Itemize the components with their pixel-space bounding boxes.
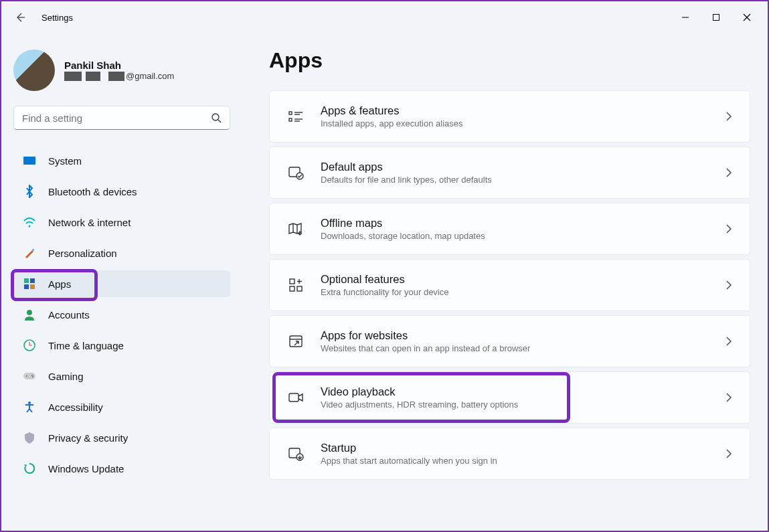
sidebar-item-gaming[interactable]: Gaming [13, 363, 230, 389]
back-button[interactable] [7, 4, 33, 31]
apps-websites-icon [287, 333, 305, 350]
chevron-right-icon [725, 224, 732, 234]
sidebar-item-label: Apps [48, 278, 71, 290]
sidebar-item-label: Privacy & security [48, 432, 128, 444]
sidebar-item-label: Network & internet [48, 217, 131, 228]
svg-point-16 [32, 376, 33, 377]
card-title: Optional features [321, 273, 448, 286]
sidebar-item-bluetooth[interactable]: Bluetooth & devices [13, 178, 230, 205]
card-apps-websites[interactable]: Apps for websitesWebsites that can open … [269, 315, 750, 367]
card-title: Default apps [321, 161, 492, 173]
card-title: Apps for websites [321, 329, 530, 342]
svg-rect-26 [290, 279, 294, 284]
svg-rect-10 [30, 284, 35, 289]
svg-rect-27 [290, 286, 294, 291]
chevron-right-icon [725, 168, 732, 177]
time-icon [23, 339, 36, 352]
svg-point-15 [31, 375, 33, 376]
card-subtitle: Extra functionality for your device [321, 287, 448, 297]
sidebar-item-label: Time & language [48, 340, 124, 351]
card-offline-maps[interactable]: Offline mapsDownloads, storage location,… [269, 203, 750, 255]
card-subtitle: Downloads, storage location, map updates [321, 231, 485, 241]
sidebar-item-label: Personalization [48, 248, 117, 259]
apps-features-icon [287, 108, 305, 125]
profile-block[interactable]: Pankil Shah @gmail.com [13, 50, 230, 91]
apps-icon [23, 277, 36, 290]
sidebar-item-network[interactable]: Network & internet [13, 209, 230, 236]
privacy-icon [23, 431, 36, 444]
update-icon [23, 462, 36, 475]
card-title: Offline maps [321, 217, 485, 230]
sidebar-item-label: Windows Update [48, 463, 124, 474]
sidebar-item-label: Accounts [48, 309, 90, 321]
search-field[interactable] [22, 112, 211, 124]
sidebar-item-label: Bluetooth & devices [48, 186, 137, 197]
svg-rect-18 [289, 112, 292, 114]
startup-icon [287, 445, 305, 462]
svg-rect-13 [23, 373, 35, 379]
card-apps-features[interactable]: Apps & featuresInstalled apps, app execu… [269, 90, 750, 143]
default-apps-icon [287, 164, 305, 181]
chevron-right-icon [725, 449, 732, 458]
sidebar-item-personalization[interactable]: Personalization [13, 240, 230, 266]
chevron-right-icon [725, 280, 732, 290]
accessibility-icon [23, 400, 36, 414]
svg-point-11 [27, 310, 32, 315]
sidebar-item-label: Accessibility [48, 402, 103, 413]
svg-point-5 [29, 226, 31, 228]
sidebar-item-accounts[interactable]: Accounts [13, 301, 230, 328]
card-subtitle: Defaults for file and link types, other … [321, 175, 492, 185]
chevron-right-icon [725, 337, 732, 346]
card-title: Video playback [321, 385, 518, 398]
sidebar: Pankil Shah @gmail.com SystemBluetooth &… [1, 33, 242, 531]
card-default-apps[interactable]: Default appsDefaults for file and link t… [269, 147, 750, 199]
card-startup[interactable]: StartupApps that start automatically whe… [269, 428, 750, 480]
svg-rect-9 [24, 284, 29, 289]
gaming-icon [23, 369, 36, 383]
card-subtitle: Apps that start automatically when you s… [321, 456, 497, 466]
close-button[interactable] [732, 4, 762, 31]
video-playback-icon [287, 389, 305, 406]
svg-rect-8 [30, 278, 35, 283]
main-content: Apps Apps & featuresInstalled apps, app … [242, 33, 768, 531]
personalization-icon [23, 246, 36, 260]
accounts-icon [23, 308, 36, 321]
sidebar-item-accessibility[interactable]: Accessibility [13, 393, 230, 420]
sidebar-item-label: Gaming [48, 371, 84, 382]
svg-rect-1 [713, 15, 719, 21]
sidebar-item-apps[interactable]: Apps [13, 270, 230, 297]
card-title: Apps & features [321, 104, 462, 117]
window-title: Settings [41, 13, 73, 23]
card-optional-features[interactable]: Optional featuresExtra functionality for… [269, 259, 750, 311]
sidebar-item-update[interactable]: Windows Update [13, 455, 230, 482]
svg-rect-28 [297, 286, 302, 291]
minimize-button[interactable] [670, 4, 701, 31]
card-subtitle: Websites that can open in an app instead… [321, 343, 530, 353]
sidebar-item-label: System [48, 155, 82, 167]
search-input[interactable] [13, 106, 230, 130]
card-subtitle: Installed apps, app execution aliases [321, 118, 462, 128]
svg-point-14 [26, 375, 27, 377]
profile-name: Pankil Shah [64, 60, 174, 71]
system-icon [23, 154, 36, 167]
svg-line-3 [218, 120, 221, 122]
sidebar-item-time[interactable]: Time & language [13, 332, 230, 359]
maximize-button[interactable] [701, 4, 732, 31]
bluetooth-icon [23, 185, 36, 198]
sidebar-item-privacy[interactable]: Privacy & security [13, 424, 230, 451]
svg-point-25 [296, 173, 303, 179]
card-video-playback[interactable]: Video playbackVideo adjustments, HDR str… [269, 371, 750, 424]
svg-rect-31 [289, 393, 298, 402]
optional-features-icon [287, 276, 305, 294]
svg-rect-4 [23, 157, 35, 165]
profile-email: @gmail.com [64, 71, 174, 81]
search-icon [211, 112, 222, 123]
page-title: Apps [269, 48, 750, 73]
svg-rect-19 [289, 118, 292, 121]
avatar [13, 50, 55, 91]
card-title: Startup [321, 442, 497, 454]
sidebar-item-system[interactable]: System [13, 147, 230, 174]
chevron-right-icon [725, 112, 732, 121]
network-icon [23, 215, 36, 229]
svg-point-17 [28, 402, 31, 404]
